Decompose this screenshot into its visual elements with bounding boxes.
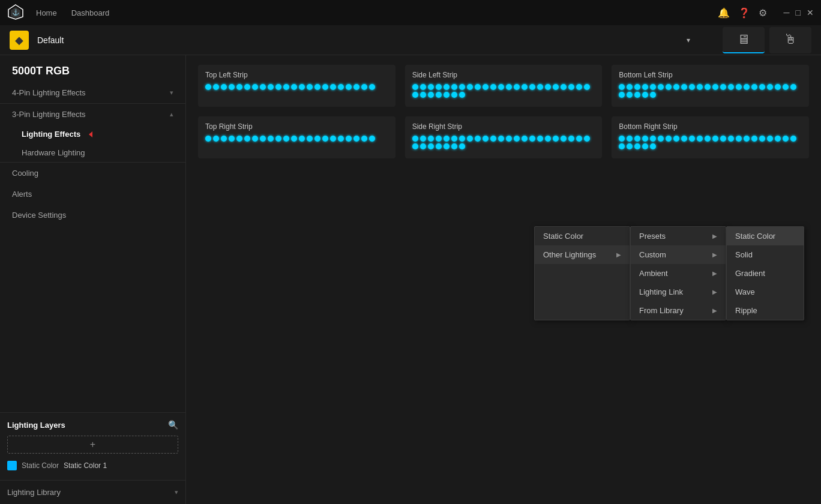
ctx-chevron-icon-ambient: ▶ <box>712 270 717 277</box>
led-dot <box>369 136 375 142</box>
led-dot <box>627 84 633 90</box>
led-dot <box>244 136 250 142</box>
ctx-label-other-lightings: Other Lightings <box>543 250 596 259</box>
led-dot <box>759 136 765 142</box>
led-dot <box>444 92 450 98</box>
led-dot <box>736 84 742 90</box>
help-icon[interactable]: ❓ <box>738 7 750 19</box>
sidebar-section-3pin: 3-Pin Lighting Effects ▴ Lighting Effect… <box>0 104 185 163</box>
strips-grid: Top Left Strip Side Left Strip Bottom Le… <box>198 65 809 158</box>
strip-card-bottom-left[interactable]: Bottom Left Strip <box>612 65 809 107</box>
sidebar-item-alerts[interactable]: Alerts <box>0 184 185 205</box>
minimize-button[interactable]: ─ <box>784 8 790 17</box>
ctx-item-presets[interactable]: Presets ▶ <box>631 227 726 245</box>
ll-layer-item[interactable]: Static Color Static Color 1 <box>7 458 178 473</box>
strip-card-top-left[interactable]: Top Left Strip <box>198 65 395 107</box>
led-dot <box>420 136 426 142</box>
strip-label-top-right: Top Right Strip <box>205 122 388 131</box>
strip-leds-top-right <box>205 136 388 142</box>
device-tabs: 🖥 🖱 <box>723 27 811 53</box>
sidebar-section-4pin-header[interactable]: 4-Pin Lighting Effects ▾ <box>0 82 185 103</box>
ll-add-button[interactable]: + <box>7 436 178 454</box>
strip-card-side-right[interactable]: Side Right Strip <box>405 116 603 158</box>
strip-card-side-left[interactable]: Side Left Strip <box>405 65 603 107</box>
ctx-item-wave[interactable]: Wave <box>727 283 804 301</box>
led-dot <box>666 136 672 142</box>
ctx-item-static-color[interactable]: Static Color <box>535 227 630 245</box>
led-dot <box>229 84 235 90</box>
led-dot <box>244 84 250 90</box>
led-dot <box>697 84 703 90</box>
device-tab-peripheral[interactable]: 🖱 <box>769 27 811 53</box>
sidebar-item-lighting-effects[interactable]: Lighting Effects <box>0 125 185 143</box>
lib-header[interactable]: Lighting Library ▾ <box>7 488 178 497</box>
led-dot <box>338 84 344 90</box>
led-dot <box>650 143 656 149</box>
ctx-item-lighting-link[interactable]: Lighting Link ▶ <box>631 283 726 301</box>
bell-icon[interactable]: 🔔 <box>718 7 730 19</box>
ctx-item-custom[interactable]: Custom ▶ <box>631 245 726 264</box>
sidebar-item-device-settings[interactable]: Device Settings <box>0 205 185 226</box>
strip-card-top-right[interactable]: Top Right Strip <box>198 116 395 158</box>
device-tab-case[interactable]: 🖥 <box>723 27 765 53</box>
led-dot <box>529 84 535 90</box>
ctx-item-ripple[interactable]: Ripple <box>727 301 804 320</box>
led-dot <box>361 136 367 142</box>
topbar: ⚓ Home Dashboard 🔔 ❓ ⚙ ─ □ ✕ <box>0 0 821 25</box>
led-dot <box>428 84 434 90</box>
led-dot <box>268 84 274 90</box>
content-area: Top Left Strip Side Left Strip Bottom Le… <box>186 55 821 504</box>
led-dot <box>783 84 789 90</box>
led-dot <box>728 136 734 142</box>
lib-chevron-icon: ▾ <box>175 488 178 496</box>
lighting-effects-label: Lighting Effects <box>22 130 80 139</box>
led-dot <box>475 136 481 142</box>
strip-card-bottom-right[interactable]: Bottom Right Strip <box>612 116 809 158</box>
sidebar-section-3pin-label: 3-Pin Lighting Effects <box>12 110 86 119</box>
led-dot <box>467 84 473 90</box>
strip-label-side-left: Side Left Strip <box>412 71 595 79</box>
ctx-item-from-library[interactable]: From Library ▶ <box>631 301 726 320</box>
settings-icon[interactable]: ⚙ <box>759 7 767 19</box>
ctx-item-solid[interactable]: Solid <box>727 245 804 264</box>
led-dot <box>459 136 465 142</box>
ctx-item-static-color-l3[interactable]: Static Color <box>727 227 804 245</box>
led-dot <box>412 92 418 98</box>
led-dot <box>775 136 781 142</box>
led-dot <box>444 136 450 142</box>
ctx-label-solid: Solid <box>735 250 753 259</box>
sidebar-item-hardware-lighting[interactable]: Hardware Lighting <box>0 143 185 162</box>
led-dot <box>213 84 219 90</box>
led-dot <box>252 136 258 142</box>
context-menu-l1: Static Color Other Lightings ▶ <box>534 226 630 320</box>
led-dot <box>537 84 543 90</box>
ctx-label-wave: Wave <box>735 287 755 296</box>
profile-icon: ◆ <box>10 31 29 50</box>
ll-search-icon[interactable]: 🔍 <box>168 420 178 430</box>
led-dot <box>720 84 726 90</box>
led-dot <box>236 136 242 142</box>
led-dot <box>436 84 442 90</box>
led-dot <box>459 92 465 98</box>
ll-header: Lighting Layers 🔍 <box>7 420 178 430</box>
close-button[interactable]: ✕ <box>807 8 814 17</box>
sidebar-section-3pin-header[interactable]: 3-Pin Lighting Effects ▴ <box>0 104 185 125</box>
nav-home[interactable]: Home <box>36 6 57 20</box>
profile-chevron-icon[interactable]: ▾ <box>687 36 690 44</box>
ctx-item-ambient[interactable]: Ambient ▶ <box>631 264 726 283</box>
sidebar-item-cooling[interactable]: Cooling <box>0 163 185 184</box>
maximize-button[interactable]: □ <box>796 8 801 17</box>
led-dot <box>650 84 656 90</box>
strip-leds-side-right <box>412 136 595 149</box>
led-dot <box>353 136 359 142</box>
ctx-label-static-color-l3: Static Color <box>735 232 775 241</box>
ctx-item-other-lightings[interactable]: Other Lightings ▶ <box>535 245 630 264</box>
nav-dashboard[interactable]: Dashboard <box>71 6 110 20</box>
ctx-item-gradient[interactable]: Gradient <box>727 264 804 283</box>
led-dot <box>619 143 625 149</box>
led-dot <box>353 84 359 90</box>
profilebar: ◆ Default ▾ 🖥 🖱 <box>0 25 821 55</box>
ctx-label-presets: Presets <box>639 232 666 241</box>
led-dot <box>650 92 656 98</box>
led-dot <box>642 92 648 98</box>
